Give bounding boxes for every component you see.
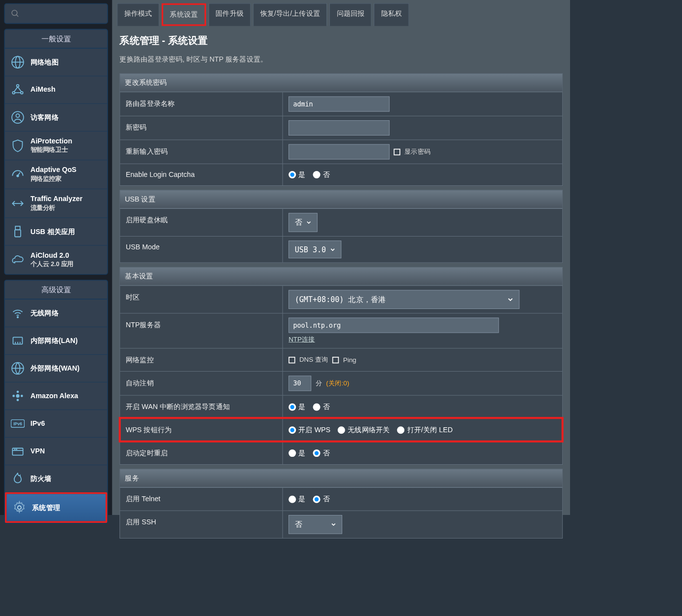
tab-privacy[interactable]: 隐私权 <box>374 3 409 26</box>
section-service-header: 服务 <box>120 469 562 487</box>
general-panel: 一般设置 网络地图 AiMesh 访客网络 AiProtection智能网络卫士… <box>4 29 108 275</box>
traffic-icon <box>10 196 26 211</box>
ntp-link[interactable]: NTP连接 <box>288 336 499 344</box>
telnet-yes[interactable]: 是 <box>288 494 305 504</box>
wps-radio: 开启 WPS 无线网络开关 打开/关闭 LED <box>288 425 453 435</box>
svg-point-14 <box>17 175 19 177</box>
tab-restore[interactable]: 恢复/导出/上传设置 <box>253 3 327 26</box>
nav-label: IPv6 <box>31 419 45 428</box>
svg-point-27 <box>21 395 23 397</box>
chevron-down-icon <box>306 220 311 225</box>
section-basic-header: 基本设置 <box>120 268 562 286</box>
nav-label: Traffic Analyzer <box>31 195 82 203</box>
nav-label: 访客网络 <box>31 113 59 122</box>
ntp-input[interactable] <box>288 318 499 333</box>
telnet-label: 启用 Telnet <box>120 488 283 511</box>
general-header: 一般设置 <box>5 30 107 48</box>
svg-rect-17 <box>15 230 21 237</box>
svg-point-25 <box>16 394 19 398</box>
nav-wireless[interactable]: 无线网络 <box>5 299 107 327</box>
ssh-select[interactable]: 否 <box>288 515 342 534</box>
section-basic: 基本设置 时区 (GMT+08:00) 北京，香港 NTP服务器 NTP连接 <box>119 267 563 465</box>
auto-logout-input[interactable] <box>288 376 311 391</box>
telnet-radio: 是 否 <box>288 494 330 504</box>
nav-usb[interactable]: USB 相关应用 <box>5 217 107 245</box>
retype-pass-input[interactable] <box>288 144 390 160</box>
advanced-panel: 高级设置 无线网络 内部网络(LAN) 外部网络(WAN) Amazon Ale… <box>4 280 108 524</box>
wps-opt3[interactable]: 打开/关闭 LED <box>397 425 452 435</box>
nav-firewall[interactable]: 防火墙 <box>5 465 107 492</box>
nav-network-map[interactable]: 网络地图 <box>5 48 107 76</box>
tab-mode[interactable]: 操作模式 <box>117 3 159 26</box>
reboot-label: 启动定时重启 <box>120 442 283 464</box>
section-password: 更改系统密码 路由器登录名称 新密码 重新输入密码 显示密码 <box>119 73 563 186</box>
ping-checkbox[interactable] <box>332 357 339 363</box>
nav-system-admin[interactable]: 系统管理 <box>5 492 107 523</box>
nav-lan[interactable]: 内部网络(LAN) <box>5 327 107 354</box>
captcha-radio-group: 是 否 <box>288 170 330 179</box>
nav-sub: 智能网络卫士 <box>31 146 72 154</box>
wps-opt1[interactable]: 开启 WPS <box>288 425 330 435</box>
mesh-icon <box>10 82 26 98</box>
tz-select[interactable]: (GMT+08:00) 北京，香港 <box>288 290 519 309</box>
nav-guest[interactable]: 访客网络 <box>5 103 107 131</box>
login-name-input[interactable] <box>288 97 390 112</box>
nav-label: VPN <box>31 447 45 455</box>
wan-notify-no[interactable]: 否 <box>313 402 330 411</box>
svg-text:IPv6: IPv6 <box>13 421 22 426</box>
wan-notify-yes[interactable]: 是 <box>288 402 305 411</box>
nav-ipv6[interactable]: IPv6 IPv6 <box>5 410 107 437</box>
svg-point-36 <box>18 506 21 509</box>
captcha-yes[interactable]: 是 <box>288 170 305 179</box>
chevron-down-icon <box>331 522 336 527</box>
hdd-sleep-label: 启用硬盘休眠 <box>120 209 283 236</box>
captcha-no[interactable]: 否 <box>313 170 330 179</box>
page-subtitle: 更换路由器登录密码, 时区与 NTP 服务器设置。 <box>119 55 563 64</box>
shield-icon <box>10 138 26 154</box>
nav-aimesh[interactable]: AiMesh <box>5 76 107 103</box>
guest-icon <box>10 109 26 125</box>
nav-aicloud[interactable]: AiCloud 2.0个人云 2.0 应用 <box>5 245 107 274</box>
nav-label: 内部网络(LAN) <box>31 336 78 345</box>
nav-aiprotection[interactable]: AiProtection智能网络卫士 <box>5 131 107 160</box>
svg-point-7 <box>21 92 23 94</box>
usb-mode-select[interactable]: USB 3.0 <box>288 240 341 258</box>
gauge-icon <box>10 167 26 182</box>
reboot-yes[interactable]: 是 <box>288 448 305 458</box>
show-pass-checkbox[interactable] <box>394 148 400 155</box>
usb-icon <box>10 224 26 240</box>
vpn-icon <box>10 444 26 459</box>
svg-point-0 <box>12 10 17 16</box>
chevron-down-icon <box>507 297 513 303</box>
svg-rect-16 <box>15 226 20 230</box>
new-pass-input[interactable] <box>288 120 390 136</box>
tab-system-settings[interactable]: 系统设置 <box>162 3 206 26</box>
main: 操作模式 系统设置 固件升级 恢复/导出/上传设置 问题回报 隐私权 系统管理 … <box>112 0 570 515</box>
nav-wan[interactable]: 外部网络(WAN) <box>5 354 107 382</box>
reboot-no[interactable]: 否 <box>313 448 330 458</box>
nav-label: Adaptive QoS <box>31 166 76 174</box>
new-pass-label: 新密码 <box>120 116 283 140</box>
alexa-icon <box>10 388 26 404</box>
gear-icon <box>11 500 27 515</box>
search-box[interactable] <box>4 3 108 24</box>
wps-opt2[interactable]: 无线网络开关 <box>338 425 390 435</box>
tab-firmware[interactable]: 固件升级 <box>209 3 251 26</box>
tab-feedback[interactable]: 问题回报 <box>329 3 371 26</box>
nav-alexa[interactable]: Amazon Alexa <box>5 382 107 410</box>
nav-qos[interactable]: Adaptive QoS网络监控家 <box>5 160 107 189</box>
hdd-sleep-select[interactable]: 否 <box>288 213 318 232</box>
nav-vpn[interactable]: VPN <box>5 437 107 465</box>
nav-sub: 网络监控家 <box>31 175 76 183</box>
captcha-label: Enable Login Captcha <box>120 164 283 185</box>
usb-mode-label: USB Mode <box>120 237 283 263</box>
nav-label: AiMesh <box>31 86 56 94</box>
dns-checkbox[interactable] <box>288 357 295 363</box>
globe-icon <box>10 54 26 70</box>
nav-label: 无线网络 <box>31 308 59 318</box>
nav-traffic[interactable]: Traffic Analyzer流量分析 <box>5 189 107 218</box>
dns-label: DNS 查询 <box>299 355 328 364</box>
ping-label: Ping <box>343 356 357 364</box>
wan-icon <box>10 361 26 376</box>
telnet-no[interactable]: 否 <box>313 494 330 504</box>
